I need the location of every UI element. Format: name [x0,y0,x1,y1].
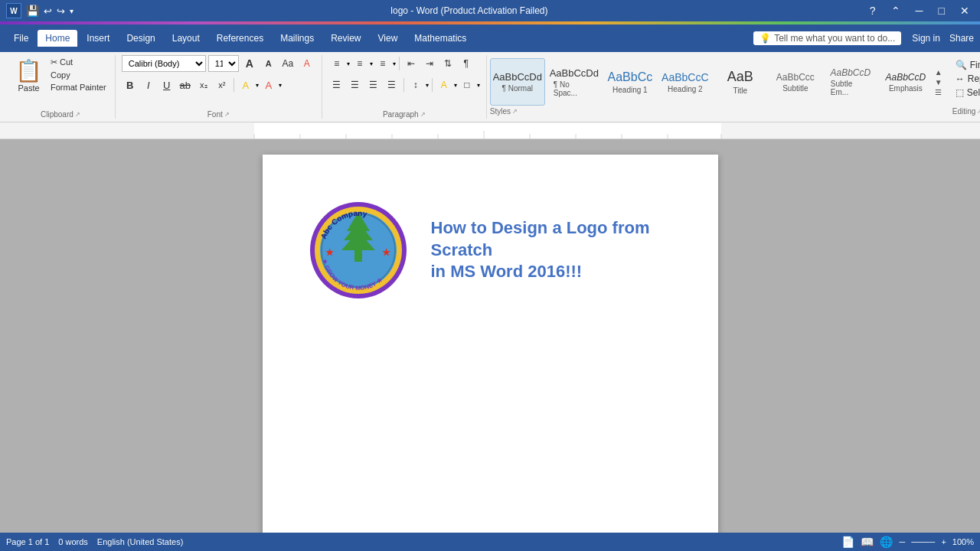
numbering-btn[interactable]: ≡ [351,55,368,72]
signin-btn[interactable]: Sign in [912,33,940,44]
underline-btn[interactable]: U [158,77,175,93]
shading-btn[interactable]: A [436,77,452,93]
style-title-preview: AaB [727,69,753,85]
share-btn[interactable]: Share [949,33,974,44]
styles-scroll-up[interactable]: ▲ [934,67,943,77]
minimize-btn[interactable]: ─ [911,5,928,17]
menu-design[interactable]: Design [119,30,162,47]
font-color-btn[interactable]: A [260,77,277,93]
show-para-btn[interactable]: ¶ [458,55,475,72]
svg-rect-20 [354,250,362,262]
bullets-btn[interactable]: ≡ [328,55,345,72]
change-case-btn[interactable]: Aa [279,55,296,72]
borders-btn[interactable]: □ [459,77,475,93]
replace-button[interactable]: ↔ Replace [952,72,980,86]
styles-scroll-down[interactable]: ▼ [934,77,943,87]
line-spacing-btn[interactable]: ↕ [407,77,424,93]
grow-font-btn[interactable]: A [241,55,258,72]
menu-insert[interactable]: Insert [79,30,117,47]
close-btn[interactable]: ✕ [956,5,974,17]
menu-review[interactable]: Review [323,30,368,47]
bullets-arrow[interactable]: ▾ [347,60,350,67]
borders-arrow[interactable]: ▾ [477,82,480,89]
shading-arrow[interactable]: ▾ [454,82,457,89]
restore-btn[interactable]: □ [934,5,949,17]
format-painter-button[interactable]: Format Painter [48,82,109,93]
styles-more[interactable]: ☰ [934,87,943,97]
menu-home[interactable]: Home [38,30,77,47]
style-subtitle-label: Subtitle [782,84,808,93]
decrease-indent-btn[interactable]: ⇤ [403,55,420,72]
shrink-font-btn[interactable]: A [260,55,277,72]
paragraph-content: ≡ ▾ ≡ ▾ ≡ ▾ ⇤ ⇥ ⇅ ¶ ☰ ☰ ☰ ☰ ↕ ▾ [328,55,480,109]
style-heading1[interactable]: AaBbCc Heading 1 [603,58,657,106]
style-title[interactable]: AaB Title [714,58,767,106]
copy-button[interactable]: Copy [48,70,109,80]
ribbon: 📋 Paste ✂ Cut Copy Format Painter Clipbo… [0,52,980,122]
superscript-btn[interactable]: x² [214,77,230,93]
find-button[interactable]: 🔍 Find ▾ [952,58,980,72]
font-content: Calibri (Body) 11 A A Aa A B I U ab x₂ x… [122,55,315,109]
align-left-btn[interactable]: ☰ [328,77,345,93]
style-normal[interactable]: AaBbCcDd ¶ Normal [490,58,545,106]
view-read[interactable]: 📖 [861,536,874,548]
style-heading2[interactable]: AaBbCcC Heading 2 [658,58,712,106]
style-normal-label: ¶ Normal [502,84,533,93]
svg-text:★: ★ [325,247,334,258]
style-nospace[interactable]: AaBbCcDd ¶ No Spac... [547,58,602,106]
subscript-btn[interactable]: x₂ [195,77,212,93]
zoom-out[interactable]: ─ [899,537,905,546]
menu-layout[interactable]: Layout [165,30,207,47]
paragraph-expand[interactable]: ↗ [420,111,426,118]
align-center-btn[interactable]: ☰ [347,77,364,93]
ribbon-toggle[interactable]: ⌃ [887,5,905,17]
font-expand[interactable]: ↗ [224,111,230,118]
tell-me-bar[interactable]: 💡 Tell me what you want to do... [753,31,901,45]
line-spacing-arrow[interactable]: ▾ [426,82,429,89]
style-nospace-preview: AaBbCcDd [550,67,599,79]
cut-button[interactable]: ✂ Cut [48,57,109,68]
font-name-select[interactable]: Calibri (Body) [122,55,206,72]
menu-view[interactable]: View [371,30,406,47]
increase-indent-btn[interactable]: ⇥ [421,55,438,72]
menu-mailings[interactable]: Mailings [273,30,322,47]
menu-references[interactable]: References [209,30,271,47]
font-size-select[interactable]: 11 [208,55,239,72]
justify-btn[interactable]: ☰ [384,77,400,93]
select-button[interactable]: ⬚ Select ▾ [952,86,980,99]
sort-btn[interactable]: ⇅ [439,55,456,72]
clipboard-expand[interactable]: ↗ [75,111,80,118]
italic-btn[interactable]: I [140,77,157,93]
redo-btn[interactable]: ↪ [57,5,65,17]
view-web[interactable]: 🌐 [880,536,893,548]
highlight-btn[interactable]: A [237,77,254,93]
menu-file[interactable]: File [6,30,36,47]
style-subtle-emphasis[interactable]: AaBbCcD Subtle Em... [824,58,877,106]
numbering-arrow[interactable]: ▾ [370,60,373,67]
multilevel-btn[interactable]: ≡ [374,55,391,72]
paste-button[interactable]: 📋 Paste [12,55,45,96]
paste-icon: 📋 [15,58,42,83]
styles-expand[interactable]: ↗ [512,108,518,115]
language: English (United States) [97,537,184,546]
editing-expand[interactable]: ↗ [977,108,980,115]
multilevel-arrow[interactable]: ▾ [393,60,396,67]
align-right-btn[interactable]: ☰ [365,77,382,93]
font-color-arrow[interactable]: ▾ [279,82,282,89]
menu-mathematics[interactable]: Mathematics [407,30,474,47]
divider4 [432,78,433,92]
quick-save[interactable]: 💾 [26,5,39,17]
undo-btn[interactable]: ↩ [44,5,52,17]
style-h2-preview: AaBbCcC [662,71,708,83]
clear-format-btn[interactable]: A [299,55,315,72]
view-print[interactable]: 📄 [841,536,854,548]
style-emphasis[interactable]: AaBbCcD Emphasis [879,58,933,106]
divider [234,78,234,92]
find-label: Find [970,60,980,70]
help-icon[interactable]: ? [865,5,880,17]
zoom-in[interactable]: + [941,537,946,546]
strikethrough-btn[interactable]: ab [177,77,194,93]
highlight-arrow[interactable]: ▾ [256,82,259,89]
style-subtitle[interactable]: AaBbCcc Subtitle [769,58,822,106]
bold-btn[interactable]: B [122,77,139,93]
